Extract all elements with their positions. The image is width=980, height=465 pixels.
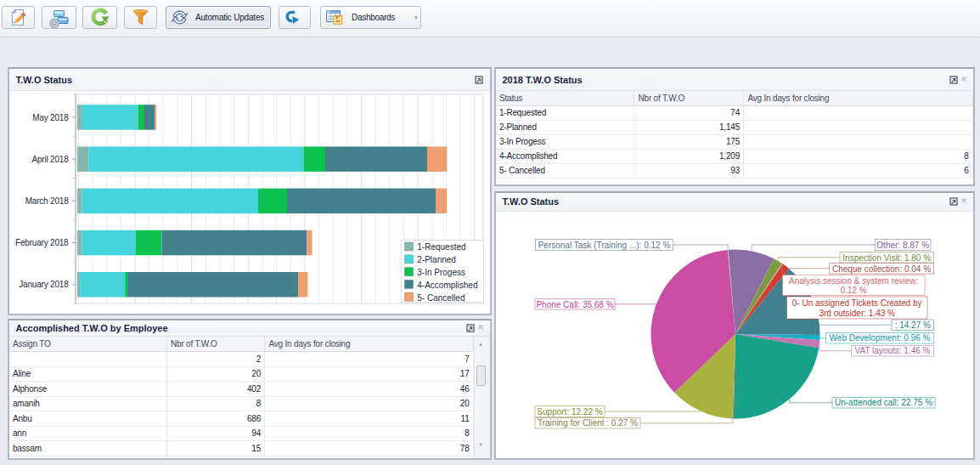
svg-text:April 2018: April 2018 (31, 155, 69, 164)
svg-text:March 2018: March 2018 (25, 196, 69, 206)
svg-text:Training for Client : 0.27 %: Training for Client : 0.27 % (537, 418, 637, 428)
svg-text:Phone Call: 35.68 %: Phone Call: 35.68 % (536, 299, 613, 309)
svg-text:Un-attended call: 22.75 %: Un-attended call: 22.75 % (834, 398, 932, 407)
svg-text:May 2018: May 2018 (32, 113, 69, 122)
svg-text:3-In Progess: 3-In Progess (417, 268, 465, 277)
svg-text:Σ: Σ (335, 15, 341, 24)
svg-text:2-Planned: 2-Planned (417, 255, 456, 264)
svg-text:Cheque collection: 0.04 %: Cheque collection: 0.04 % (831, 264, 930, 273)
svg-text:0- Un assigned Tickets Created: 0- Un assigned Tickets Created by (791, 298, 921, 308)
svg-text:: 14.27 %: : 14.27 % (894, 320, 930, 329)
svg-text:Other: 8.87 %: Other: 8.87 % (876, 240, 929, 249)
svg-text:Web Development: 0.96 %: Web Development: 0.96 % (829, 333, 930, 343)
svg-text:5- Cancelled: 5- Cancelled (417, 293, 465, 303)
svg-text:February 2018: February 2018 (15, 238, 69, 247)
svg-text:Personal Task (Training ...):: Personal Task (Training ...): 0.12 % (538, 240, 670, 249)
svg-text:Support: 12.22 %: Support: 12.22 % (537, 406, 602, 416)
svg-text:1-Requested: 1-Requested (417, 242, 465, 252)
svg-text:January 2018: January 2018 (19, 280, 69, 289)
svg-text:0.12 %: 0.12 % (840, 286, 866, 295)
svg-text:3rd outsider: 1.43 %: 3rd outsider: 1.43 % (819, 308, 895, 317)
svg-text:4-Accomplished: 4-Accomplished (417, 281, 477, 290)
svg-text:Inspection Visit: 1.80 %: Inspection Visit: 1.80 % (842, 252, 931, 262)
svg-text:VAT layouts: 1.46 %: VAT layouts: 1.46 % (854, 346, 930, 355)
svg-text:Analysis session & system revi: Analysis session & system review: (789, 275, 918, 285)
